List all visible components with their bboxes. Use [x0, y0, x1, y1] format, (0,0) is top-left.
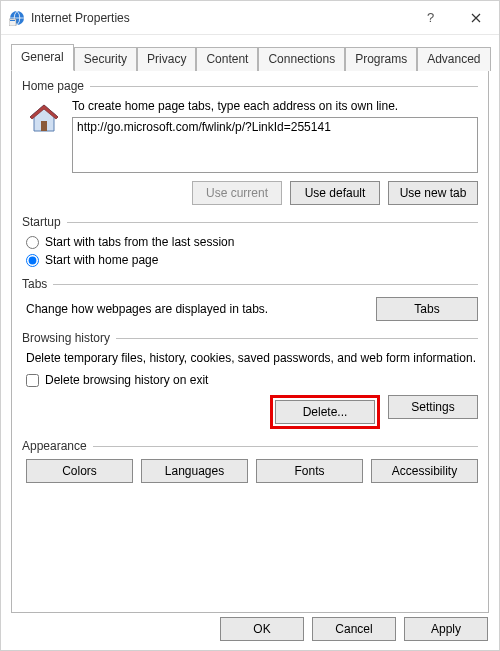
home-page-input[interactable]: [72, 117, 478, 173]
delete-on-exit-option[interactable]: Delete browsing history on exit: [26, 373, 478, 387]
divider: [67, 222, 478, 223]
group-startup: Startup Start with tabs from the last se…: [22, 215, 478, 267]
delete-button-highlight: Delete...: [270, 395, 380, 429]
use-default-button[interactable]: Use default: [290, 181, 380, 205]
svg-rect-2: [10, 20, 15, 21]
delete-on-exit-label: Delete browsing history on exit: [45, 373, 208, 387]
group-tabs-label: Tabs: [22, 277, 53, 291]
startup-tabs-radio[interactable]: [26, 236, 39, 249]
divider: [93, 446, 478, 447]
window-title: Internet Properties: [31, 11, 407, 25]
group-browsing-history: Browsing history Delete temporary files,…: [22, 331, 478, 429]
startup-tabs-option[interactable]: Start with tabs from the last session: [26, 235, 478, 249]
divider: [116, 338, 478, 339]
dialog-button-row: OK Cancel Apply: [220, 617, 488, 641]
browsing-history-description: Delete temporary files, history, cookies…: [26, 351, 478, 365]
startup-home-option[interactable]: Start with home page: [26, 253, 478, 267]
close-button[interactable]: [453, 1, 499, 35]
group-appearance: Appearance Colors Languages Fonts Access…: [22, 439, 478, 483]
tab-programs[interactable]: Programs: [345, 47, 417, 71]
home-page-hint: To create home page tabs, type each addr…: [72, 99, 478, 113]
startup-home-label: Start with home page: [45, 253, 158, 267]
cancel-button[interactable]: Cancel: [312, 617, 396, 641]
settings-button[interactable]: Settings: [388, 395, 478, 419]
group-home-page: Home page To create home page tabs, type…: [22, 79, 478, 205]
app-icon: [9, 10, 25, 26]
svg-text:?: ?: [427, 11, 434, 25]
fonts-button[interactable]: Fonts: [256, 459, 363, 483]
tab-privacy[interactable]: Privacy: [137, 47, 196, 71]
tab-connections[interactable]: Connections: [258, 47, 345, 71]
languages-button[interactable]: Languages: [141, 459, 248, 483]
group-home-page-label: Home page: [22, 79, 90, 93]
help-button[interactable]: ?: [407, 1, 453, 35]
delete-button[interactable]: Delete...: [275, 400, 375, 424]
group-appearance-label: Appearance: [22, 439, 93, 453]
colors-button[interactable]: Colors: [26, 459, 133, 483]
apply-button[interactable]: Apply: [404, 617, 488, 641]
group-startup-label: Startup: [22, 215, 67, 229]
tabs-description: Change how webpages are displayed in tab…: [26, 302, 368, 316]
group-tabs: Tabs Change how webpages are displayed i…: [22, 277, 478, 321]
tab-advanced[interactable]: Advanced: [417, 47, 490, 71]
group-browsing-history-label: Browsing history: [22, 331, 116, 345]
tabs-button[interactable]: Tabs: [376, 297, 478, 321]
use-new-tab-button[interactable]: Use new tab: [388, 181, 478, 205]
home-icon: [26, 101, 62, 137]
tab-content[interactable]: Content: [196, 47, 258, 71]
tab-general[interactable]: General: [11, 44, 74, 71]
use-current-button: Use current: [192, 181, 282, 205]
titlebar: Internet Properties ?: [1, 1, 499, 35]
tab-page-general: Home page To create home page tabs, type…: [11, 71, 489, 613]
accessibility-button[interactable]: Accessibility: [371, 459, 478, 483]
divider: [90, 86, 478, 87]
delete-on-exit-checkbox[interactable]: [26, 374, 39, 387]
divider: [53, 284, 478, 285]
tab-security[interactable]: Security: [74, 47, 137, 71]
startup-tabs-label: Start with tabs from the last session: [45, 235, 234, 249]
ok-button[interactable]: OK: [220, 617, 304, 641]
startup-home-radio[interactable]: [26, 254, 39, 267]
svg-rect-5: [41, 121, 47, 131]
tab-strip: General Security Privacy Content Connect…: [11, 45, 489, 71]
